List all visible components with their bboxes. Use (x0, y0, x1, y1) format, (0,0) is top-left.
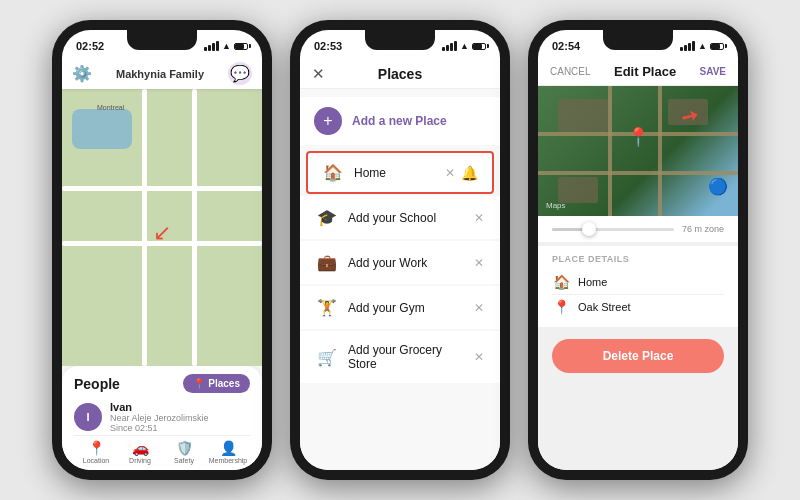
signal-2 (442, 41, 457, 51)
edit-screen: CANCEL Edit Place SAVE 📍 ➚ Maps (538, 58, 738, 470)
phone-3: 02:54 ▲ CANCEL Edit Place SAVE (528, 20, 748, 480)
signal-3 (680, 41, 695, 51)
notch-2 (365, 30, 435, 50)
safety-tab-icon: 🛡️ (176, 440, 193, 456)
work-remove-button[interactable]: ✕ (474, 256, 484, 270)
places-label: Places (208, 378, 240, 389)
places-list: + Add a new Place 🏠 Home ✕ 🔔 🎓 Add your … (300, 89, 500, 470)
add-new-label: Add a new Place (352, 114, 447, 128)
person-info: Ivan Near Aleje Jerozolimskie Since 02:5… (110, 401, 250, 433)
notch-3 (603, 30, 673, 50)
tab-bar: 📍 Location 🚗 Driving 🛡️ Safety 👤 Members… (74, 435, 250, 466)
people-header: People 📍 Places (74, 374, 250, 393)
time-2: 02:53 (314, 40, 342, 52)
battery-3 (710, 43, 724, 50)
tab-location-label: Location (83, 457, 109, 464)
chat-icon[interactable]: 💬 (228, 62, 252, 85)
place-item-grocery[interactable]: 🛒 Add your Grocery Store ✕ (300, 331, 500, 383)
details-section-title: Place details (552, 254, 724, 264)
settings-icon[interactable]: ⚙️ (72, 64, 92, 83)
tab-driving[interactable]: 🚗 Driving (118, 440, 162, 464)
edit-title: Edit Place (614, 64, 676, 79)
signal-1 (204, 41, 219, 51)
time-1: 02:52 (76, 40, 104, 52)
gym-label: Add your Gym (348, 301, 464, 315)
person-location: Near Aleje Jerozolimskie (110, 413, 250, 423)
place-item-school[interactable]: 🎓 Add your School ✕ (300, 196, 500, 239)
battery-1 (234, 43, 248, 50)
places-button[interactable]: 📍 Places (183, 374, 250, 393)
map-water (72, 109, 132, 149)
places-close-button[interactable]: ✕ (312, 65, 325, 83)
place-name-text: Home (578, 276, 607, 288)
map-area: Montreal ↙ (62, 89, 262, 366)
maps-label: Maps (546, 201, 566, 210)
avatar-initial: I (86, 411, 89, 423)
place-item-home[interactable]: 🏠 Home ✕ 🔔 (306, 151, 494, 194)
work-icon: 💼 (316, 253, 338, 272)
work-label: Add your Work (348, 256, 464, 270)
map-label: Montreal (97, 104, 124, 111)
sat-road-v1 (608, 86, 612, 216)
map-screen: ⚙️ Makhynia Family 💬 Montreal ↙ People 📍 (62, 58, 262, 470)
location-tab-icon: 📍 (88, 440, 105, 456)
status-icons-1: ▲ (204, 41, 248, 51)
place-details: Place details 🏠 Home 📍 Oak Street (538, 246, 738, 327)
map-header: ⚙️ Makhynia Family 💬 (62, 58, 262, 89)
home-actions: ✕ 🔔 (445, 165, 478, 181)
school-icon: 🎓 (316, 208, 338, 227)
time-3: 02:54 (552, 40, 580, 52)
places-header: ✕ Places (300, 58, 500, 89)
school-remove-button[interactable]: ✕ (474, 211, 484, 225)
bottom-panel: People 📍 Places I Ivan Near Aleje Jerozo… (62, 366, 262, 470)
gym-icon: 🏋️ (316, 298, 338, 317)
status-icons-3: ▲ (680, 41, 724, 51)
slider-thumb[interactable] (582, 222, 596, 236)
family-name: Makhynia Family (116, 68, 204, 80)
tab-membership-label: Membership (209, 457, 248, 464)
cancel-button[interactable]: CANCEL (550, 66, 591, 77)
tab-safety-label: Safety (174, 457, 194, 464)
school-label: Add your School (348, 211, 464, 225)
notch-1 (127, 30, 197, 50)
delete-place-button[interactable]: Delete Place (552, 339, 724, 373)
edit-header: CANCEL Edit Place SAVE (538, 58, 738, 86)
grocery-remove-button[interactable]: ✕ (474, 350, 484, 364)
home-bell-icon[interactable]: 🔔 (461, 165, 478, 181)
sat-road-v2 (658, 86, 662, 216)
road-h1 (62, 186, 262, 191)
membership-tab-icon: 👤 (220, 440, 237, 456)
home-remove-button[interactable]: ✕ (445, 166, 455, 180)
road-v2 (192, 89, 197, 366)
gym-remove-button[interactable]: ✕ (474, 301, 484, 315)
wifi-icon-3: ▲ (698, 41, 707, 51)
zone-label: 76 m zone (682, 224, 724, 234)
sat-building-3 (558, 177, 598, 203)
place-item-gym[interactable]: 🏋️ Add your Gym ✕ (300, 286, 500, 329)
tab-driving-label: Driving (129, 457, 151, 464)
zone-slider: 76 m zone (538, 216, 738, 242)
wifi-icon-2: ▲ (460, 41, 469, 51)
road-v1 (142, 89, 147, 366)
person-name: Ivan (110, 401, 250, 413)
person-since: Since 02:51 (110, 423, 250, 433)
sat-building-1 (558, 99, 608, 132)
grocery-icon: 🛒 (316, 348, 338, 367)
satellite-map: 📍 ➚ Maps 🔵 (538, 86, 738, 216)
grocery-label: Add your Grocery Store (348, 343, 464, 371)
place-item-work[interactable]: 💼 Add your Work ✕ (300, 241, 500, 284)
battery-2 (472, 43, 486, 50)
people-title: People (74, 376, 120, 392)
tab-membership[interactable]: 👤 Membership (206, 440, 250, 464)
places-icon: 📍 (193, 378, 205, 389)
save-button[interactable]: SAVE (700, 66, 727, 77)
wifi-icon-1: ▲ (222, 41, 231, 51)
add-new-place-button[interactable]: + Add a new Place (300, 97, 500, 145)
phone-2: 02:53 ▲ ✕ Places + A (290, 20, 510, 480)
work-actions: ✕ (474, 256, 484, 270)
slider-track[interactable] (552, 228, 674, 231)
location-arrow: ↙ (153, 220, 171, 246)
tab-safety[interactable]: 🛡️ Safety (162, 440, 206, 464)
place-address-row: 📍 Oak Street (552, 295, 724, 319)
tab-location[interactable]: 📍 Location (74, 440, 118, 464)
